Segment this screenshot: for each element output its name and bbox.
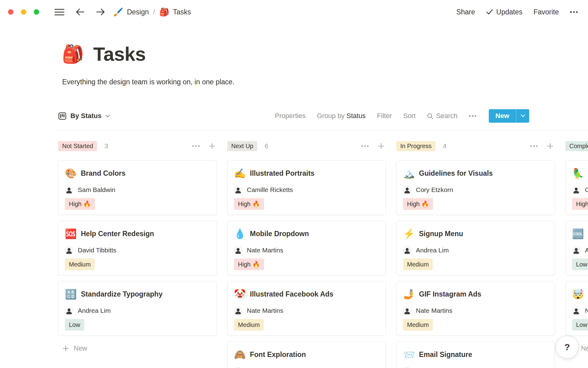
page-description: Everything the design team is working on… (62, 77, 588, 86)
priority-tag: Low (572, 319, 588, 331)
task-card[interactable]: 🏔️ Guidelines for Visuals Cory Etzkorn H… (396, 160, 555, 215)
share-button[interactable]: Share (456, 8, 475, 16)
breadcrumb-item-design[interactable]: 🖌️ Design (113, 8, 149, 16)
column-more-icon[interactable]: ••• (361, 143, 370, 149)
column-header: Not Started 3 ••• (58, 140, 217, 152)
sos-icon: 🆘 (65, 229, 77, 239)
toolbar-divider (58, 130, 588, 130)
column-add-icon[interactable] (547, 143, 554, 150)
new-button-chevron-icon[interactable] (516, 109, 529, 123)
assignee-name: Andrea Lim (78, 307, 111, 314)
task-card[interactable]: 🤡 Illustrated Facebook Ads Nate Martins … (227, 281, 386, 336)
breadcrumb-item-tasks[interactable]: 🎒 Tasks (159, 8, 191, 16)
task-card[interactable]: 🦜 U C High 🔥 (565, 160, 588, 215)
breadcrumb-label: Design (127, 8, 149, 16)
priority-tag: High 🔥 (65, 198, 95, 210)
sidebar-menu-icon[interactable] (55, 9, 64, 15)
assignee-avatar (403, 186, 411, 194)
help-button[interactable]: ? (556, 336, 579, 358)
task-card[interactable]: 🆘 Help Center Redesign David Tibbitts Me… (58, 221, 217, 275)
column-more-icon[interactable]: ••• (530, 143, 539, 149)
task-title: GIF Instagram Ads (419, 290, 481, 298)
paintbrush-icon: 🖌️ (113, 8, 123, 16)
properties-button[interactable]: Properties (275, 112, 306, 120)
assignee-avatar (65, 307, 73, 315)
task-card[interactable]: 🎨 Brand Colors Sam Baldwin High 🔥 (58, 160, 217, 215)
task-card[interactable]: 📨 Email Signature (396, 342, 555, 368)
column-add-icon[interactable] (378, 143, 385, 150)
assignee-name: A (585, 247, 588, 254)
assignee-avatar (572, 246, 580, 255)
column-title: Next Up (227, 141, 257, 151)
cool-icon: 🆒 (572, 229, 584, 239)
task-title: Guidelines for Visuals (419, 169, 493, 178)
updates-button[interactable]: Updates (486, 8, 522, 16)
group-by-button[interactable]: Group by Status (317, 112, 366, 120)
assignee-name: Nate Martins (247, 247, 283, 254)
add-card-button[interactable]: New (58, 342, 217, 355)
board-column-next-up: Next Up 6 ••• ✍️ Illustrated Portraits (227, 140, 386, 368)
task-title: Email Signature (419, 351, 472, 359)
new-button-label: New (489, 109, 516, 123)
search-button[interactable]: Search (427, 112, 458, 120)
group-by-value: Status (347, 112, 366, 120)
page-icon-backpack[interactable]: 🎒 (62, 45, 84, 63)
column-title: In Progress (396, 141, 435, 151)
priority-tag: Medium (403, 319, 433, 331)
clown-icon: 🤡 (234, 289, 246, 299)
priority-tag: Low (572, 259, 588, 270)
priority-tag: Medium (65, 259, 95, 270)
exploding-head-icon: 🤯 (572, 289, 584, 299)
forward-icon[interactable] (96, 8, 105, 16)
view-switcher[interactable]: By Status (58, 112, 110, 120)
window-close-button[interactable] (8, 9, 13, 15)
priority-tag: High 🔥 (234, 259, 264, 270)
column-add-icon[interactable] (209, 143, 216, 150)
assignee-avatar (403, 367, 411, 368)
task-card[interactable]: 💧 Mobile Dropdown Nate Martins High 🔥 (227, 221, 386, 275)
task-card[interactable]: 🤳 GIF Instagram Ads Nate Martins Medium (396, 281, 555, 336)
question-mark-icon: ? (564, 342, 570, 352)
new-button[interactable]: New (489, 109, 529, 123)
breadcrumb-separator: / (149, 8, 159, 16)
column-count: 3 (104, 142, 108, 150)
check-icon (486, 9, 493, 15)
window-minimize-button[interactable] (21, 9, 26, 15)
task-title: Standardize Typography (81, 290, 163, 298)
board-column-not-started: Not Started 3 ••• 🎨 Brand Colors (58, 140, 217, 368)
column-more-icon[interactable]: ••• (192, 143, 201, 149)
selfie-icon: 🤳 (403, 289, 415, 299)
window-zoom-button[interactable] (34, 9, 39, 15)
plus-icon (62, 345, 69, 352)
assignee-name: Sam Baldwin (78, 186, 115, 194)
task-card[interactable]: 🤯 H N Low (565, 281, 588, 336)
board-view-icon (58, 112, 66, 120)
column-count: 4 (443, 142, 447, 150)
priority-tag: High 🔥 (572, 198, 588, 210)
filter-button[interactable]: Filter (377, 112, 392, 120)
notion-window: 🖌️ Design / 🎒 Tasks Share Updates Favori… (0, 0, 588, 368)
task-title: Mobile Dropdown (250, 230, 309, 238)
more-options-icon[interactable]: ••• (570, 9, 579, 15)
column-count: 6 (265, 142, 268, 150)
priority-tag: Medium (234, 319, 264, 331)
search-icon (427, 113, 433, 119)
backpack-icon: 🎒 (159, 8, 169, 16)
breadcrumb: 🖌️ Design / 🎒 Tasks (113, 8, 191, 16)
assignee-name: Cory Etzkorn (416, 186, 453, 194)
task-card[interactable]: ⚡ Signup Menu Andrea Lim Medium (396, 221, 555, 275)
breadcrumb-label: Tasks (173, 8, 191, 16)
assignee-name: N (585, 307, 588, 314)
task-card[interactable]: 🔠 Standardize Typography Andrea Lim Low (58, 281, 217, 336)
task-title: Illustrated Facebook Ads (250, 290, 334, 298)
favorite-button[interactable]: Favorite (533, 8, 559, 16)
task-card[interactable]: 🙈 Font Exploration (227, 342, 386, 368)
assignee-name: C (585, 186, 588, 194)
assignee-avatar (403, 307, 411, 315)
back-icon[interactable] (75, 8, 85, 16)
task-card[interactable]: 🆒 E A Low (565, 221, 588, 275)
task-card[interactable]: ✍️ Illustrated Portraits Camille Rickett… (227, 160, 386, 215)
search-label: Search (436, 112, 458, 120)
sort-button[interactable]: Sort (403, 112, 416, 120)
toolbar-more-icon[interactable]: ••• (469, 113, 477, 119)
